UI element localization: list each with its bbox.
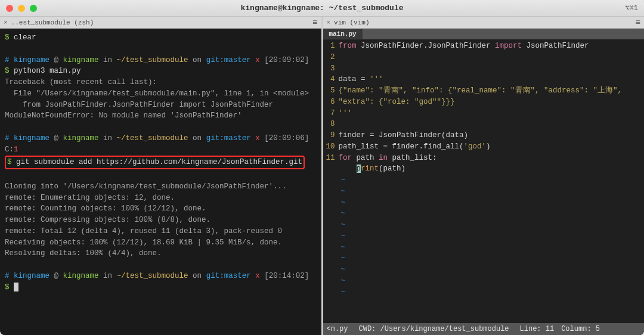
prompt-host: kingname bbox=[63, 56, 99, 64]
traceback-error: ModuleNotFoundError: No module named 'Js… bbox=[5, 111, 242, 120]
left-pane: × ..est_submodule (zsh) ≡ $ clear # king… bbox=[0, 17, 323, 335]
editor[interactable]: main.py 1 2 3 4 5 6 7 8 9 10 11 bbox=[323, 29, 645, 335]
vim-cursor: p bbox=[357, 165, 361, 173]
hamburger-icon[interactable]: ≡ bbox=[636, 18, 640, 27]
line-numbers: 1 2 3 4 5 6 7 8 9 10 11 bbox=[323, 41, 339, 322]
left-tabbar: × ..est_submodule (zsh) ≡ bbox=[0, 17, 321, 29]
status-cwd: CWD: /Users/kingname/test_submodule bbox=[359, 325, 509, 333]
close-tab-icon[interactable]: × bbox=[4, 19, 8, 26]
zoom-window-button[interactable] bbox=[30, 5, 37, 12]
git-output: Cloning into '/Users/kingname/test_submo… bbox=[5, 182, 287, 191]
traceback-header: Traceback (most recent call last): bbox=[5, 78, 157, 86]
command: git submodule add https://github.com/kin… bbox=[16, 158, 302, 166]
status-line: Line: 11 bbox=[520, 325, 555, 333]
command: python3 main.py bbox=[14, 67, 81, 75]
left-tab-label[interactable]: ..est_submodule (zsh) bbox=[11, 19, 94, 26]
terminal-output[interactable]: $ clear # kingname @ kingname in ~/test_… bbox=[0, 29, 321, 335]
window-title: kingname@kingname: ~/test_submodule bbox=[240, 4, 403, 13]
git-output: remote: Counting objects: 100% (12/12), … bbox=[5, 204, 206, 213]
command: clear bbox=[14, 33, 36, 42]
terminal-window: kingname@kingname: ~/test_submodule ⌥⌘1 … bbox=[0, 0, 644, 335]
close-window-button[interactable] bbox=[6, 5, 13, 12]
git-output: Resolving deltas: 100% (4/4), done. bbox=[5, 249, 162, 258]
prompt-hash: # bbox=[5, 56, 14, 64]
right-tabbar: × vim (vim) ≡ bbox=[323, 17, 645, 29]
titlebar: kingname@kingname: ~/test_submodule ⌥⌘1 bbox=[0, 0, 644, 17]
terminal-cursor bbox=[14, 283, 18, 291]
git-branch: master bbox=[224, 56, 251, 64]
window-controls bbox=[6, 5, 37, 12]
prompt-user: kingname bbox=[14, 56, 49, 64]
split-panes: × ..est_submodule (zsh) ≡ $ clear # king… bbox=[0, 17, 644, 335]
traceback-file: File "/Users/kingname/test_submodule/mai… bbox=[5, 89, 309, 98]
prompt-dir: ~/test_submodule bbox=[117, 56, 188, 64]
git-output: Receiving objects: 100% (12/12), 18.69 K… bbox=[5, 238, 282, 247]
editor-tabbar: main.py bbox=[323, 29, 645, 39]
right-pane: × vim (vim) ≡ main.py 1 2 3 4 5 6 7 bbox=[323, 17, 645, 335]
prompt-time: [20:09:02] bbox=[264, 56, 309, 64]
window-shortcut: ⌥⌘1 bbox=[625, 4, 638, 13]
vim-statusline: <n.py CWD: /Users/kingname/test_submodul… bbox=[323, 323, 645, 335]
git-output: remote: Total 12 (delta 4), reused 11 (d… bbox=[5, 227, 282, 235]
git-output: remote: Enumerating objects: 12, done. bbox=[5, 194, 175, 202]
git-output: remote: Compressing objects: 100% (8/8),… bbox=[5, 216, 210, 224]
vim-empty-lines: ~~~~~~~~~~~ bbox=[339, 175, 645, 297]
prompt-symbol: $ bbox=[5, 33, 10, 42]
minimize-window-button[interactable] bbox=[18, 5, 25, 12]
highlighted-command: $ git submodule add https://github.com/k… bbox=[5, 156, 305, 169]
close-tab-icon[interactable]: × bbox=[327, 19, 331, 26]
right-tab-label[interactable]: vim (vim) bbox=[334, 19, 369, 26]
hamburger-icon[interactable]: ≡ bbox=[312, 18, 317, 27]
status-column: Column: 5 bbox=[561, 325, 600, 333]
file-tab[interactable]: main.py bbox=[323, 29, 363, 39]
traceback-code: from JsonPathFinder.JsonPathFinder impor… bbox=[5, 101, 273, 109]
code-area[interactable]: from JsonPathFinder.JsonPathFinder impor… bbox=[339, 41, 645, 322]
status-filename: <n.py bbox=[327, 325, 348, 333]
